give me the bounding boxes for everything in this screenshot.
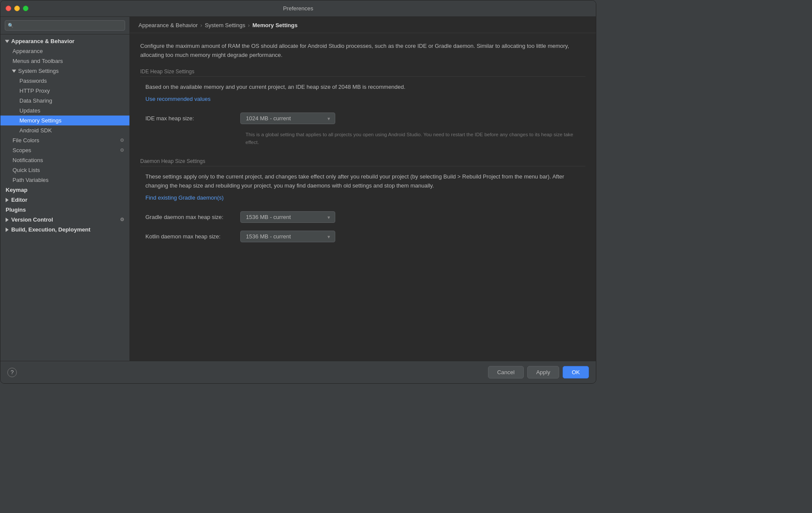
expand-icon <box>5 40 9 43</box>
sidebar-item-label: Notifications <box>13 157 43 163</box>
page-description: Configure the maximum amount of RAM the … <box>140 42 585 60</box>
breadcrumb-part1: Appearance & Behavior <box>138 22 198 28</box>
breadcrumb-current: Memory Settings <box>252 22 298 28</box>
sidebar-item-menus-toolbars[interactable]: Menus and Toolbars <box>0 56 129 66</box>
sidebar-item-passwords[interactable]: Passwords <box>0 76 129 86</box>
sidebar-item-label: HTTP Proxy <box>19 88 50 94</box>
sidebar-item-label: Menus and Toolbars <box>13 58 63 64</box>
daemon-heap-section: Daemon Heap Size Settings These settings… <box>140 158 585 245</box>
search-icon: 🔍 <box>8 23 14 28</box>
sidebar-item-label: Plugins <box>6 206 26 213</box>
help-button[interactable]: ? <box>7 368 17 377</box>
kotlin-heap-dropdown[interactable]: 512 MB 750 MB 1024 MB 1536 MB - current … <box>240 231 335 242</box>
window-title: Preferences <box>283 5 313 12</box>
settings-icon: ⚙ <box>120 138 124 143</box>
kotlin-heap-field-row: Kotlin daemon max heap size: 512 MB 750 … <box>140 228 585 245</box>
sidebar-item-appearance[interactable]: Appearance <box>0 46 129 56</box>
close-button[interactable] <box>6 6 11 11</box>
ide-heap-hint: This is a global setting that applies to… <box>140 129 585 146</box>
sidebar-item-appearance-behavior[interactable]: Appearance & Behavior <box>0 36 129 46</box>
settings-icon: ⚙ <box>120 147 124 153</box>
sidebar: 🔍 Appearance & Behavior Appearance Menus… <box>0 17 130 361</box>
sidebar-item-label: Quick Lists <box>13 167 40 173</box>
daemon-section-header: Daemon Heap Size Settings <box>140 158 585 166</box>
sidebar-item-label: File Colors <box>13 137 39 144</box>
sidebar-item-build-execution[interactable]: Build, Execution, Deployment <box>0 225 129 235</box>
sidebar-item-label: Keymap <box>6 187 28 193</box>
sidebar-item-label: Android SDK <box>19 127 52 134</box>
ide-heap-field-row: IDE max heap size: 512 MB 750 MB 1024 MB… <box>140 110 585 127</box>
minimize-button[interactable] <box>14 6 20 11</box>
find-gradle-daemon-link[interactable]: Find existing Gradle daemon(s) <box>140 194 585 201</box>
sidebar-item-label: Editor <box>11 197 28 203</box>
maximize-button[interactable] <box>23 6 28 11</box>
sidebar-item-file-colors[interactable]: File Colors ⚙ <box>0 135 129 145</box>
sidebar-item-http-proxy[interactable]: HTTP Proxy <box>0 86 129 96</box>
ide-heap-section: IDE Heap Size Settings Based on the avai… <box>140 69 585 146</box>
sidebar-item-label: System Settings <box>18 68 59 74</box>
gradle-heap-dropdown-wrapper: 512 MB 750 MB 1024 MB 1536 MB - current … <box>240 211 335 223</box>
kotlin-heap-dropdown-wrapper: 512 MB 750 MB 1024 MB 1536 MB - current … <box>240 231 335 242</box>
footer-left: ? <box>7 368 17 377</box>
ok-button[interactable]: OK <box>563 366 589 378</box>
footer: ? Cancel Apply OK <box>0 361 596 383</box>
breadcrumb-sep1: › <box>200 22 202 28</box>
sidebar-item-memory-settings[interactable]: Memory Settings <box>0 116 129 125</box>
cancel-button[interactable]: Cancel <box>488 366 523 378</box>
gradle-heap-field-row: Gradle daemon max heap size: 512 MB 750 … <box>140 209 585 225</box>
sidebar-item-editor[interactable]: Editor <box>0 195 129 205</box>
gradle-heap-label: Gradle daemon max heap size: <box>145 214 240 220</box>
sidebar-item-updates[interactable]: Updates <box>0 106 129 116</box>
sidebar-item-label: Appearance <box>13 48 43 54</box>
kotlin-heap-label: Kotlin daemon max heap size: <box>145 233 240 240</box>
breadcrumb: Appearance & Behavior › System Settings … <box>130 17 596 33</box>
ide-heap-label: IDE max heap size: <box>145 115 240 122</box>
sidebar-item-system-settings[interactable]: System Settings <box>0 66 129 76</box>
sidebar-item-label: Path Variables <box>13 177 49 183</box>
ide-section-header: IDE Heap Size Settings <box>140 69 585 77</box>
sidebar-item-android-sdk[interactable]: Android SDK <box>0 125 129 135</box>
daemon-description-text: These settings apply only to the current… <box>140 172 585 191</box>
titlebar: Preferences <box>0 0 596 17</box>
ide-heap-dropdown[interactable]: 512 MB 750 MB 1024 MB - current 2048 MB … <box>240 113 335 124</box>
search-input[interactable] <box>5 20 125 31</box>
sidebar-item-version-control[interactable]: Version Control ⚙ <box>0 215 129 225</box>
ide-heap-dropdown-wrapper: 512 MB 750 MB 1024 MB - current 2048 MB … <box>240 113 335 124</box>
sidebar-item-label: Version Control <box>11 216 53 223</box>
search-bar: 🔍 <box>0 17 129 34</box>
sidebar-item-label: Passwords <box>19 78 47 84</box>
ide-recommendation-text: Based on the available memory and your c… <box>140 83 585 92</box>
content-body: Configure the maximum amount of RAM the … <box>130 33 596 361</box>
sidebar-item-label: Updates <box>19 107 40 114</box>
settings-icon: ⚙ <box>120 217 124 222</box>
gradle-heap-dropdown[interactable]: 512 MB 750 MB 1024 MB 1536 MB - current … <box>240 211 335 223</box>
sidebar-item-path-variables[interactable]: Path Variables <box>0 175 129 185</box>
footer-right: Cancel Apply OK <box>488 366 589 378</box>
sidebar-item-keymap[interactable]: Keymap <box>0 185 129 195</box>
sidebar-item-label: Build, Execution, Deployment <box>11 226 90 233</box>
sidebar-item-quick-lists[interactable]: Quick Lists <box>0 165 129 175</box>
sidebar-item-notifications[interactable]: Notifications <box>0 155 129 165</box>
breadcrumb-part2: System Settings <box>205 22 245 28</box>
sidebar-item-label: Scopes <box>13 147 31 153</box>
expand-icon <box>6 218 9 222</box>
sidebar-item-scopes[interactable]: Scopes ⚙ <box>0 145 129 155</box>
content-area: Appearance & Behavior › System Settings … <box>130 17 596 361</box>
expand-icon <box>6 198 9 202</box>
sidebar-item-plugins[interactable]: Plugins <box>0 205 129 215</box>
use-recommended-values-link[interactable]: Use recommended values <box>140 96 585 102</box>
apply-button[interactable]: Apply <box>527 366 560 378</box>
nav-tree: Appearance & Behavior Appearance Menus a… <box>0 34 129 361</box>
expand-icon <box>6 228 9 232</box>
breadcrumb-sep2: › <box>248 22 250 28</box>
sidebar-item-data-sharing[interactable]: Data Sharing <box>0 96 129 106</box>
main-layout: 🔍 Appearance & Behavior Appearance Menus… <box>0 17 596 361</box>
sidebar-item-label: Memory Settings <box>19 117 62 124</box>
sidebar-item-label: Appearance & Behavior <box>11 38 75 44</box>
sidebar-item-label: Data Sharing <box>19 97 52 104</box>
traffic-lights <box>6 6 28 11</box>
expand-icon <box>12 69 16 72</box>
